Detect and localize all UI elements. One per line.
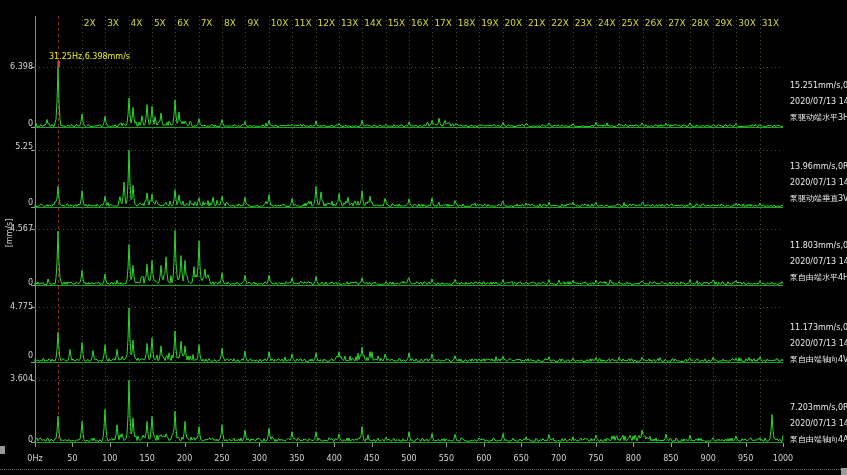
- harmonic-label-2X: 2X: [84, 18, 96, 28]
- harmonic-label-15X: 15X: [388, 18, 406, 28]
- harmonic-label-18X: 18X: [458, 18, 476, 28]
- x-axis-tick-label-550: 550: [439, 454, 454, 463]
- channel-datetime: 2020/07/13 14:00:00: [790, 419, 847, 429]
- x-axis-tick-label-600: 600: [476, 454, 491, 463]
- channel-name: 泵驱动端垂直3V: [790, 194, 847, 204]
- harmonic-label-3X: 3X: [107, 18, 119, 28]
- channel-name: 泵自由端水平4H: [790, 273, 847, 283]
- harmonic-label-16X: 16X: [411, 18, 429, 28]
- y-zero-label-ch4: 0: [2, 351, 33, 360]
- x-axis-tick-label-800: 800: [626, 454, 641, 463]
- x-axis-label-row: 0Hz5010015020025030035040045050055060065…: [0, 454, 847, 464]
- channel-info-ch1: 15.251mm/s,0RPM 2020/07/13 14:00:00 泵驱动端…: [790, 81, 847, 129]
- x-axis-tick-label-350: 350: [289, 454, 304, 463]
- harmonic-label-13X: 13X: [341, 18, 359, 28]
- window-bottom-border: [0, 469, 847, 470]
- resize-handle-icon[interactable]: [841, 468, 847, 475]
- harmonic-label-22X: 22X: [551, 18, 569, 28]
- channel-name: 泵自由端轴向4A: [790, 435, 847, 445]
- x-axis-tick-label-850: 850: [663, 454, 678, 463]
- harmonic-label-24X: 24X: [598, 18, 616, 28]
- harmonic-label-25X: 25X: [621, 18, 639, 28]
- harmonic-label-28X: 28X: [692, 18, 710, 28]
- channel-datetime: 2020/07/13 14:00:00: [790, 339, 847, 349]
- x-axis-tick-label-950: 950: [738, 454, 753, 463]
- y-max-label-ch2: 5.25: [2, 142, 33, 151]
- x-axis-tick-label-1000: 1000: [773, 454, 793, 463]
- x-axis-tick-label-0: 0Hz: [27, 454, 42, 463]
- x-axis-tick-label-200: 200: [177, 454, 192, 463]
- y-max-label-ch5: 3.604: [2, 374, 33, 383]
- harmonic-label-5X: 5X: [154, 18, 166, 28]
- x-axis-tick-label-700: 700: [551, 454, 566, 463]
- harmonic-label-21X: 21X: [528, 18, 546, 28]
- y-max-label-ch4: 4.775: [2, 302, 33, 311]
- x-axis-tick-label-250: 250: [214, 454, 229, 463]
- channel-name: 泵自由端轴向4V: [790, 355, 847, 365]
- vibration-analyzer-window: 非常高压P-202/B泵驱动端水平3H/8K 速度波形(2-1000),采样值 …: [0, 0, 847, 475]
- channel-datetime: 2020/07/13 14:00:00: [790, 178, 847, 188]
- spectrum-plot-canvas[interactable]: [0, 0, 847, 475]
- harmonic-label-10X: 10X: [271, 18, 289, 28]
- x-axis-tick-label-300: 300: [252, 454, 267, 463]
- y-max-label-ch1: 6.398: [2, 62, 33, 71]
- x-axis-tick-label-500: 500: [401, 454, 416, 463]
- harmonic-label-17X: 17X: [434, 18, 452, 28]
- harmonic-label-19X: 19X: [481, 18, 499, 28]
- channel-info-ch4: 11.173mm/s,0RPM 2020/07/13 14:00:00 泵自由端…: [790, 323, 847, 371]
- harmonic-label-4X: 4X: [131, 18, 143, 28]
- harmonic-label-23X: 23X: [575, 18, 593, 28]
- y-axis-unit-label: [mm/s]: [5, 213, 15, 253]
- channel-name: 泵驱动端水平3H: [790, 113, 847, 123]
- y-zero-label-ch2: 0: [2, 198, 33, 207]
- harmonic-label-7X: 7X: [201, 18, 213, 28]
- channel-datetime: 2020/07/13 14:00:00: [790, 97, 847, 107]
- x-axis-tick-label-750: 750: [588, 454, 603, 463]
- harmonic-label-11X: 11X: [294, 18, 312, 28]
- x-axis-tick-label-150: 150: [140, 454, 155, 463]
- harmonic-label-14X: 14X: [364, 18, 382, 28]
- harmonic-label-30X: 30X: [738, 18, 756, 28]
- y-zero-label-ch3: 0: [2, 278, 33, 287]
- x-axis-tick-label-400: 400: [327, 454, 342, 463]
- harmonic-label-31X: 31X: [762, 18, 780, 28]
- harmonic-label-9X: 9X: [247, 18, 259, 28]
- x-axis-tick-label-900: 900: [701, 454, 716, 463]
- harmonic-label-26X: 26X: [645, 18, 663, 28]
- harmonic-label-8X: 8X: [224, 18, 236, 28]
- channel-overall: 15.251mm/s,0RPM: [790, 81, 847, 91]
- channel-overall: 7.203mm/s,0RPM: [790, 403, 847, 413]
- channel-datetime: 2020/07/13 14:00:00: [790, 257, 847, 267]
- harmonic-label-20X: 20X: [505, 18, 523, 28]
- y-zero-label-ch5: 0: [2, 435, 33, 444]
- x-axis-tick-label-450: 450: [364, 454, 379, 463]
- y-zero-label-ch1: 0: [2, 119, 33, 128]
- harmonic-label-29X: 29X: [715, 18, 733, 28]
- harmonic-label-12X: 12X: [318, 18, 336, 28]
- channel-info-ch5: 7.203mm/s,0RPM 2020/07/13 14:00:00 泵自由端轴…: [790, 403, 847, 451]
- channel-overall: 11.173mm/s,0RPM: [790, 323, 847, 333]
- cursor-annotation: 31.25Hz,6.398mm/s: [49, 52, 130, 61]
- channel-overall: 13.96mm/s,0RPM: [790, 162, 847, 172]
- x-axis-tick-label-650: 650: [514, 454, 529, 463]
- harmonic-label-27X: 27X: [668, 18, 686, 28]
- channel-info-ch3: 11.803mm/s,0RPM 2020/07/13 14:00:00 泵自由端…: [790, 241, 847, 289]
- scrollbar-handle-left[interactable]: [0, 446, 5, 454]
- harmonic-label-row: 2X3X4X5X6X7X8X9X10X11X12X13X14X15X16X17X…: [0, 18, 847, 30]
- x-axis-tick-label-50: 50: [67, 454, 77, 463]
- harmonic-label-6X: 6X: [177, 18, 189, 28]
- channel-info-ch2: 13.96mm/s,0RPM 2020/07/13 14:00:00 泵驱动端垂…: [790, 162, 847, 210]
- channel-overall: 11.803mm/s,0RPM: [790, 241, 847, 251]
- x-axis-tick-label-100: 100: [102, 454, 117, 463]
